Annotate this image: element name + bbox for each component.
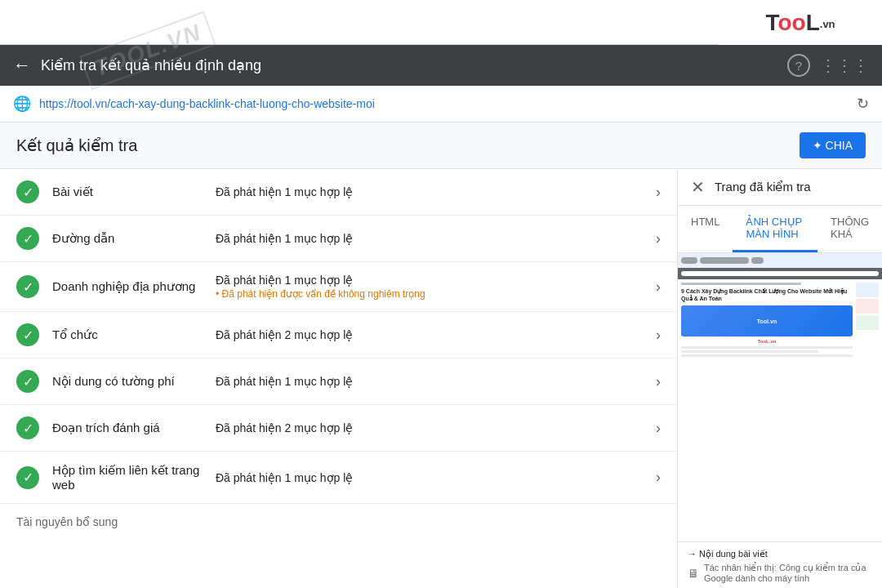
logo: TooL.vn	[765, 10, 835, 36]
table-row[interactable]: ✓ Đoạn trích đánh giá Đã phát hiện 2 mục…	[0, 405, 677, 452]
tab-html[interactable]: HTML	[678, 206, 733, 252]
status-text: Đã phát hiện 1 mục hợp lệ	[216, 274, 649, 287]
result-status: Đã phát hiện 1 mục hợp lệ	[216, 471, 649, 484]
arrow-icon: ›	[656, 327, 661, 344]
globe-icon: 🌐	[13, 95, 31, 113]
arrow-icon: ›	[656, 420, 661, 437]
result-name: Đoạn trích đánh giá	[52, 421, 216, 435]
sim-img-label: Tool.vn	[757, 318, 777, 324]
status-sub: • Đã phát hiện được vấn đề không nghiêm …	[216, 288, 649, 300]
sim-sidebar-box	[856, 315, 879, 330]
sim-action	[751, 257, 764, 264]
check-icon: ✓	[16, 370, 39, 393]
right-panel: ✕ Trang đã kiểm tra HTML ẢNH CHỤP MÀN HÌ…	[678, 169, 882, 588]
sim-sidebar	[856, 283, 879, 359]
result-name: Hộp tìm kiếm liên kết trang web	[52, 463, 216, 492]
sim-main: 9 Cách Xây Dựng Backlink Chất Lượng Cho …	[681, 283, 853, 359]
check-icon: ✓	[16, 466, 39, 489]
sim-url	[700, 257, 749, 264]
main-content: Kết quả kiểm tra ✦ CHIA ✓ Bài viết Đã ph…	[0, 122, 882, 588]
url-text: https://tool.vn/cach-xay-dung-backlink-c…	[39, 97, 849, 110]
sim-line	[681, 346, 853, 349]
table-row[interactable]: ✓ Doanh nghiệp địa phương Đã phát hiện 1…	[0, 262, 677, 312]
check-icon: ✓	[16, 416, 39, 439]
right-panel-tabs: HTML ẢNH CHỤP MÀN HÌNH THÔNG KHÁ	[678, 206, 882, 253]
result-name: Đường dẫn	[52, 231, 216, 246]
share-button[interactable]: ✦ CHIA	[800, 132, 866, 158]
status-text: Đã phát hiện 2 mục hợp lệ	[216, 421, 649, 434]
sim-page: 9 Cách Xây Dựng Backlink Chất Lượng Cho …	[678, 253, 882, 541]
sim-line	[681, 350, 818, 353]
sim-article-title: 9 Cách Xây Dựng Backlink Chất Lượng Cho …	[681, 287, 853, 302]
status-text: Đã phát hiện 1 mục hợp lệ	[216, 185, 649, 198]
preview-area: 9 Cách Xây Dựng Backlink Chất Lượng Cho …	[678, 253, 882, 541]
monitor-icon: 🖥	[688, 567, 699, 580]
result-status: Đã phát hiện 1 mục hợp lệ	[216, 185, 649, 198]
table-row[interactable]: ✓ Bài viết Đã phát hiện 1 mục hợp lệ ›	[0, 169, 677, 216]
sim-breadcrumb	[681, 283, 801, 285]
sim-toolbar	[678, 268, 882, 279]
grid-button[interactable]: ⋮⋮⋮	[820, 56, 869, 75]
result-name: Bài viết	[52, 185, 216, 199]
refresh-button[interactable]: ↻	[857, 95, 869, 113]
logo-bar: TooL.vn	[719, 0, 882, 45]
arrow-icon: ›	[656, 184, 661, 201]
result-name: Tổ chức	[52, 327, 216, 342]
table-row[interactable]: ✓ Nội dung có tường phí Đã phát hiện 1 m…	[0, 359, 677, 405]
result-status: Đã phát hiện 2 mục hợp lệ	[216, 421, 649, 434]
bottom-info: → Nội dung bài viết 🖥 Tác nhân hiển thị:…	[678, 541, 882, 588]
close-button[interactable]: ✕	[691, 177, 705, 197]
bottom-info-item: 🖥 Tác nhân hiển thị: Công cụ kiểm tra củ…	[688, 563, 872, 583]
check-icon: ✓	[16, 180, 39, 203]
result-status: Đã phát hiện 1 mục hợp lệ	[216, 232, 649, 245]
sim-hero-image: Tool.vn	[681, 305, 853, 336]
status-text: Đã phát hiện 1 mục hợp lệ	[216, 375, 649, 388]
page-header: Kết quả kiểm tra ✦ CHIA	[0, 122, 882, 169]
nav-bar	[0, 0, 719, 45]
arrow-icon: ›	[656, 373, 661, 390]
tab-other[interactable]: THÔNG KHÁ	[817, 206, 882, 252]
sim-url-bar	[681, 271, 879, 276]
check-icon: ✓	[16, 323, 39, 346]
status-text: Đã phát hiện 1 mục hợp lệ	[216, 232, 649, 245]
sim-content: 9 Cách Xây Dựng Backlink Chất Lượng Cho …	[678, 279, 882, 359]
back-button[interactable]: ←	[13, 55, 31, 76]
bottom-info-text: Tác nhân hiển thị: Công cụ kiểm tra của …	[704, 563, 872, 583]
right-panel-header: ✕ Trang đã kiểm tra	[678, 169, 882, 206]
left-panel: ✓ Bài viết Đã phát hiện 1 mục hợp lệ › ✓…	[0, 169, 678, 588]
arrow-icon: ›	[656, 278, 661, 296]
check-icon: ✓	[16, 227, 39, 250]
page-title: Kết quả kiểm tra	[16, 136, 137, 155]
footer-text: Tài nguyên bổ sung	[0, 504, 677, 540]
sim-nav	[681, 257, 697, 264]
result-name: Doanh nghiệp địa phương	[52, 279, 216, 294]
content-split: ✓ Bài viết Đã phát hiện 1 mục hợp lệ › ✓…	[0, 169, 882, 588]
right-panel-title: Trang đã kiểm tra	[715, 180, 811, 194]
result-name: Nội dung có tường phí	[52, 374, 216, 389]
arrow-icon: ›	[656, 469, 661, 486]
check-icon: ✓	[16, 275, 39, 298]
sim-header	[678, 253, 882, 268]
table-row[interactable]: ✓ Hộp tìm kiếm liên kết trang web Đã phá…	[0, 452, 677, 504]
sim-logo-bottom: TooL.vn	[681, 339, 853, 344]
sim-line	[681, 354, 853, 357]
sim-sidebar-box	[856, 299, 879, 314]
sim-sidebar-box	[856, 283, 879, 297]
results-table: ✓ Bài viết Đã phát hiện 1 mục hợp lệ › ✓…	[0, 169, 677, 504]
table-row[interactable]: ✓ Tổ chức Đã phát hiện 2 mục hợp lệ ›	[0, 312, 677, 359]
result-status: Đã phát hiện 1 mục hợp lệ	[216, 375, 649, 388]
arrow-icon: ›	[656, 230, 661, 247]
bottom-info-title: → Nội dung bài viết	[688, 549, 872, 559]
help-button[interactable]: ?	[787, 54, 810, 77]
status-text: Đã phát hiện 2 mục hợp lệ	[216, 328, 649, 341]
result-status: Đã phát hiện 2 mục hợp lệ	[216, 328, 649, 341]
url-bar: 🌐 https://tool.vn/cach-xay-dung-backlink…	[0, 86, 882, 122]
tab-screenshot[interactable]: ẢNH CHỤP MÀN HÌNH	[733, 206, 817, 252]
result-status: Đã phát hiện 1 mục hợp lệ • Đã phát hiện…	[216, 274, 649, 300]
table-row[interactable]: ✓ Đường dẫn Đã phát hiện 1 mục hợp lệ ›	[0, 216, 677, 262]
status-text: Đã phát hiện 1 mục hợp lệ	[216, 471, 649, 484]
